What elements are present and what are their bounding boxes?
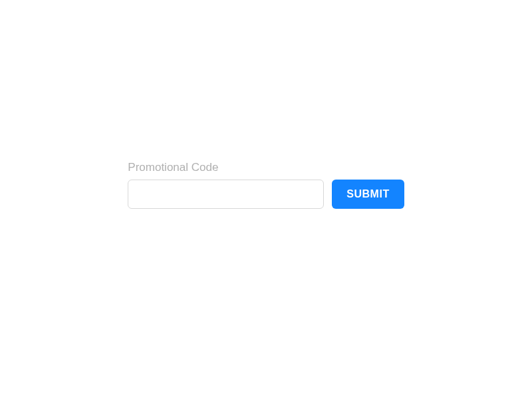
submit-button[interactable]: SUBMIT xyxy=(332,180,404,209)
promo-code-form: Promotional Code SUBMIT xyxy=(128,161,404,209)
promo-code-label: Promotional Code xyxy=(128,161,404,174)
form-row: SUBMIT xyxy=(128,180,404,209)
promo-code-input[interactable] xyxy=(128,180,324,209)
